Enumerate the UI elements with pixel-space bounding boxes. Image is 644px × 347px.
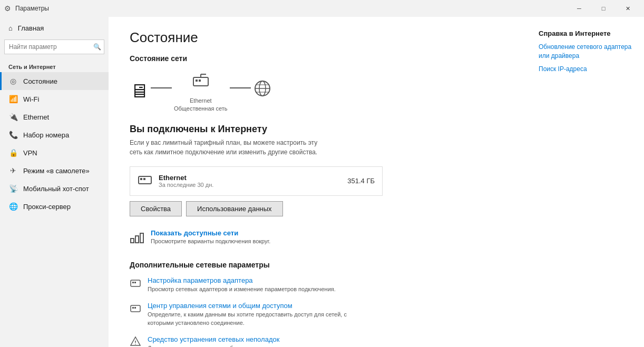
titlebar: ⚙ Параметры ─ □ ✕ (0, 0, 644, 17)
button-row: Свойства Использование данных (130, 201, 383, 216)
wifi-icon: 📶 (8, 95, 18, 103)
close-button[interactable]: ✕ (616, 0, 640, 17)
sharing-text: Центр управления сетями и общим доступом… (148, 302, 348, 327)
svg-rect-11 (140, 178, 142, 180)
sidebar-item-proxy[interactable]: 🌐 Прокси-сервер (0, 197, 109, 215)
svg-rect-17 (132, 282, 134, 283)
sidebar-item-airplane[interactable]: ✈ Режим «в самолете» (0, 162, 109, 180)
show-networks-link[interactable]: Показать доступные сети (151, 229, 270, 237)
adapter-link[interactable]: Настройка параметров адаптера (148, 276, 336, 284)
page-title: Состояние (130, 29, 507, 46)
ethernet-size: 351.4 ГБ (347, 177, 375, 185)
network-diagram: 🖥 EthernetОбщественная сеть (130, 71, 507, 113)
proxy-icon: 🌐 (8, 202, 18, 211)
titlebar-left: ⚙ Параметры (4, 4, 49, 13)
globe-icon (253, 79, 272, 103)
sidebar-item-ethernet[interactable]: 🔌 Ethernet (0, 108, 109, 126)
show-networks: Показать доступные сети Просмотрите вари… (130, 229, 383, 248)
sidebar-search-container: 🔍 (4, 39, 104, 54)
ethernet-icon: 🔌 (8, 113, 18, 121)
usage-button[interactable]: Использование данных (186, 201, 283, 216)
sidebar-item-hotspot[interactable]: 📡 Мобильный хот-спот (0, 180, 109, 197)
home-label: Главная (18, 24, 44, 32)
setting-sharing: Центр управления сетями и общим доступом… (130, 302, 507, 327)
ethernet-card: Ethernet За последние 30 дн. 351.4 ГБ (130, 166, 383, 196)
sharing-icon (130, 302, 141, 316)
troubleshoot-link[interactable]: Средство устранения сетевых неполадок (148, 335, 279, 343)
sidebar-item-label: Прокси-сервер (23, 203, 71, 211)
sidebar-item-label: VPN (23, 149, 37, 157)
sidebar-item-status[interactable]: ◎ Состояние (0, 72, 109, 90)
adapter-text: Настройка параметров адаптера Просмотр с… (148, 276, 336, 293)
show-networks-text: Показать доступные сети Просмотрите вари… (151, 229, 270, 244)
connector-1 (151, 87, 172, 88)
monitor-icon: 🖥 (130, 80, 149, 102)
sharing-link[interactable]: Центр управления сетями и общим доступом (148, 302, 348, 310)
svg-rect-2 (199, 80, 201, 82)
svg-rect-20 (132, 307, 134, 309)
svg-rect-18 (134, 282, 136, 283)
search-icon: 🔍 (93, 43, 101, 51)
svg-rect-21 (134, 307, 136, 309)
svg-rect-15 (140, 233, 143, 243)
sidebar-section-label: Сеть и Интернет (0, 58, 109, 72)
right-panel-link-1[interactable]: Обновление сетевого адаптера или драйвер… (539, 43, 633, 61)
ethernet-name: Ethernet (159, 174, 213, 182)
right-panel-link-2[interactable]: Поиск IP-адреса (539, 65, 633, 74)
sidebar-item-label: Wi-Fi (23, 95, 39, 103)
sidebar-item-dialup[interactable]: 📞 Набор номера (0, 126, 109, 144)
status-icon: ◎ (8, 77, 18, 85)
sidebar-item-label: Ethernet (23, 113, 49, 121)
sidebar-item-label: Мобильный хот-спот (23, 185, 89, 193)
connected-desc: Если у вас лимитный тарифный план, вы мо… (130, 138, 330, 157)
networks-icon (130, 230, 144, 248)
titlebar-controls: ─ □ ✕ (567, 0, 640, 17)
right-panel-title: Справка в Интернете (539, 29, 633, 37)
app-body: ⌂ Главная 🔍 Сеть и Интернет ◎ Состояние … (0, 17, 644, 347)
properties-button[interactable]: Свойства (130, 201, 182, 216)
additional-title: Дополнительные сетевые параметры (130, 261, 507, 269)
node-ethernet-label: EthernetОбщественная сеть (174, 97, 228, 113)
ethernet-info: Ethernet За последние 30 дн. (138, 172, 213, 190)
sidebar-home[interactable]: ⌂ Главная (0, 19, 109, 37)
sidebar-item-label: Набор номера (23, 131, 69, 139)
adapter-desc: Просмотр сетевых адаптеров и изменение п… (148, 285, 336, 293)
setting-adapter: Настройка параметров адаптера Просмотр с… (130, 276, 507, 293)
node-computer: 🖥 (130, 80, 149, 104)
vpn-icon: 🔒 (8, 148, 18, 157)
dialup-icon: 📞 (8, 131, 18, 139)
sidebar: ⌂ Главная 🔍 Сеть и Интернет ◎ Состояние … (0, 17, 109, 347)
setting-troubleshoot: Средство устранения сетевых неполадок Ди… (130, 335, 507, 347)
sidebar-item-vpn[interactable]: 🔒 VPN (0, 144, 109, 162)
svg-rect-12 (143, 178, 145, 180)
adapter-icon (130, 277, 141, 291)
node-ethernet: EthernetОбщественная сеть (174, 71, 228, 113)
sidebar-item-label: Состояние (23, 77, 57, 85)
titlebar-title: Параметры (15, 5, 49, 12)
hotspot-icon: 📡 (8, 184, 18, 193)
svg-rect-14 (135, 236, 139, 243)
connector-2 (230, 87, 251, 88)
network-status-title: Состояние сети (130, 54, 507, 63)
sidebar-item-label: Режим «в самолете» (23, 167, 90, 175)
ethernet-sub: За последние 30 дн. (159, 182, 213, 188)
app-icon: ⚙ (4, 4, 11, 13)
node-internet (253, 79, 272, 105)
connected-title: Вы подключены к Интернету (130, 124, 507, 135)
home-icon: ⌂ (8, 24, 13, 32)
right-panel: Справка в Интернете Обновление сетевого … (528, 17, 644, 347)
svg-point-23 (135, 344, 136, 345)
sidebar-item-wifi[interactable]: 📶 Wi-Fi (0, 90, 109, 108)
sharing-desc: Определите, к каким данным вы хотите пре… (148, 311, 348, 327)
show-networks-desc: Просмотрите варианты подключения вокруг. (151, 238, 270, 244)
troubleshoot-icon (130, 336, 141, 347)
svg-rect-1 (196, 80, 198, 82)
main-content: Состояние Состояние сети 🖥 (109, 17, 528, 347)
minimize-button[interactable]: ─ (567, 0, 591, 17)
ethernet-details: Ethernet За последние 30 дн. (159, 174, 213, 188)
ethernet-card-icon (138, 172, 152, 190)
router-icon (191, 71, 210, 95)
troubleshoot-desc: Диагностика и устранение проблем с сетью… (148, 344, 279, 347)
search-input[interactable] (4, 39, 104, 54)
maximize-button[interactable]: □ (591, 0, 616, 17)
